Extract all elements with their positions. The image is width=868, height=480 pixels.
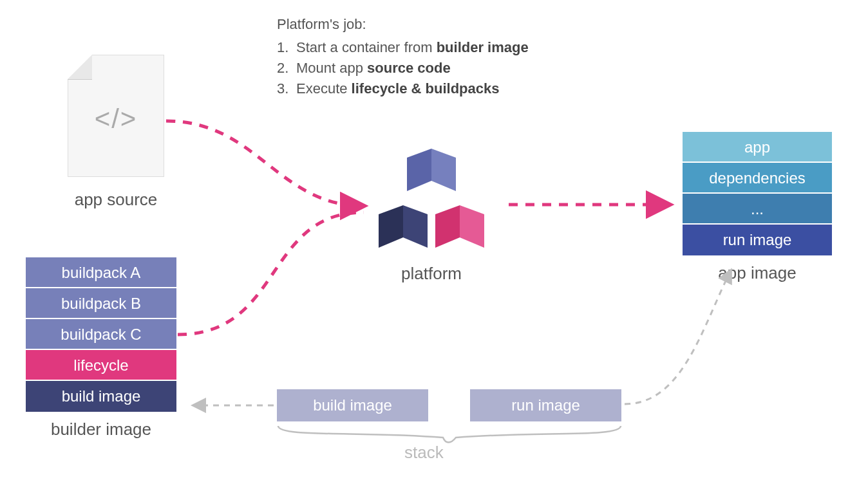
stack-label: stack xyxy=(404,443,444,463)
platform-job-block: Platform's job: 1.Start a container from… xyxy=(277,16,529,101)
arrow-source-to-platform xyxy=(166,121,364,206)
stack-brace-icon xyxy=(278,426,621,443)
app-image-label: app image xyxy=(683,263,832,283)
app-source-label: app source xyxy=(68,190,164,210)
platform-job-step: 1.Start a container from builder image xyxy=(277,39,529,56)
platform-label: platform xyxy=(373,264,489,284)
builder-layer: buildpack B xyxy=(26,288,176,319)
app-source-file-icon: </> xyxy=(68,55,164,177)
arrow-builder-to-platform xyxy=(178,212,364,335)
stack-build-image-box: build image xyxy=(277,389,428,421)
builder-layer: buildpack A xyxy=(26,257,176,288)
file-fold-icon xyxy=(68,55,92,79)
builder-image-label: builder image xyxy=(26,420,176,439)
stack-run-image-box: run image xyxy=(470,389,621,421)
code-glyph-icon: </> xyxy=(68,104,164,134)
app-image-layer: dependencies xyxy=(683,163,832,194)
platform-job-step: 3.Execute lifecycle & buildpacks xyxy=(277,80,529,97)
app-image-layer: ... xyxy=(683,194,832,225)
platform-job-title: Platform's job: xyxy=(277,16,529,33)
builder-layer: lifecycle xyxy=(26,350,176,381)
builder-layer: build image xyxy=(26,381,176,412)
app-image-stack: appdependencies...run image app image xyxy=(683,132,832,283)
arrow-runimage-to-appimage xyxy=(625,270,731,404)
platform-job-step: 2.Mount app source code xyxy=(277,60,529,77)
app-image-layer: app xyxy=(683,132,832,163)
platform-job-list: 1.Start a container from builder image 2… xyxy=(277,39,529,97)
platform-logo-icon xyxy=(373,145,489,254)
builder-layer: buildpack C xyxy=(26,319,176,350)
app-image-layer: run image xyxy=(683,225,832,255)
builder-image-stack: buildpack Abuildpack Bbuildpack Clifecyc… xyxy=(26,257,176,439)
